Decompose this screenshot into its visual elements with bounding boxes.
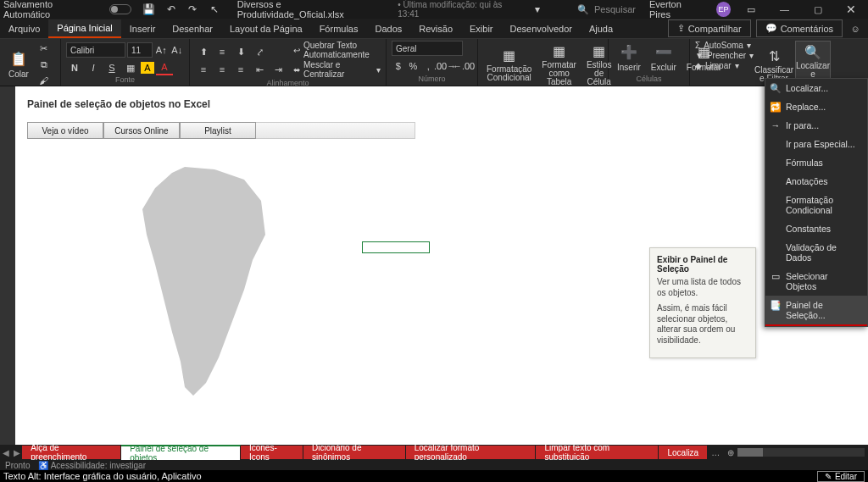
autosum-button[interactable]: ΣAutoSoma ▾ (695, 41, 746, 50)
feedback-icon[interactable]: ☺ (848, 21, 863, 36)
tab-revisao[interactable]: Revisão (410, 20, 461, 37)
scroll-thumb[interactable] (737, 448, 763, 457)
currency-icon[interactable]: $ (392, 58, 405, 74)
comments-button[interactable]: 💬Comentários (756, 19, 843, 37)
status-bar: Pronto ♿ Acessibilidade: investigar (0, 460, 868, 470)
fill-button[interactable]: ▼Preencher ▾ (695, 51, 746, 60)
horizontal-scrollbar[interactable] (737, 448, 865, 457)
tab-nav-prev[interactable]: ◀ (0, 448, 11, 457)
menu-item-localizar[interactable]: 🔍Localizar... (765, 79, 867, 97)
add-sheet-button[interactable]: ⊕ (723, 448, 737, 457)
fill-color-button[interactable]: A (141, 62, 154, 74)
tab-inserir[interactable]: Inserir (121, 20, 164, 37)
menu-item-sel-objetos[interactable]: ▭Selecionar Objetos (765, 267, 867, 296)
sheet-tab[interactable]: Alça de preenchimento (22, 446, 121, 459)
paste-icon: 📋 (10, 51, 27, 68)
sort-icon: ⇅ (765, 47, 782, 64)
increase-decimal-icon[interactable]: .00→ (437, 58, 453, 74)
copy-icon[interactable]: ⧉ (36, 57, 53, 72)
sheet-btn-playlist[interactable]: Playlist (180, 122, 256, 139)
tooltip-selection-pane: Exibir o Painel de Seleção Ver uma lista… (649, 247, 756, 358)
undo-icon[interactable]: ↶ (164, 2, 179, 17)
maximize-button[interactable]: ▢ (804, 1, 831, 18)
tab-arquivo[interactable]: Arquivo (0, 20, 48, 37)
selected-cell[interactable] (362, 241, 430, 253)
menu-item-formulas[interactable]: Fórmulas (765, 153, 867, 172)
tab-desenhar[interactable]: Desenhar (164, 20, 221, 37)
search-box[interactable]: 🔍 Pesquisar (577, 4, 636, 15)
format-table-button[interactable]: ▦Formatar como Tabela (538, 41, 580, 88)
paste-button[interactable]: 📋 Colar (5, 49, 32, 80)
sheet-tab[interactable]: Localizar formato personalizado (406, 446, 537, 459)
underline-button[interactable]: S (103, 60, 120, 75)
insert-cells-button[interactable]: ➕Inserir (614, 42, 644, 74)
menu-item-validacao[interactable]: Validação de Dados (765, 238, 867, 267)
tab-layout[interactable]: Layout da Página (221, 20, 311, 37)
sheet-btn-video[interactable]: Veja o vídeo (27, 122, 103, 139)
chevron-down-icon[interactable]: ▾ (530, 2, 545, 17)
conditional-format-button[interactable]: ▦Formatação Condicional (483, 45, 535, 84)
number-format-select[interactable] (392, 41, 463, 56)
increase-font-icon[interactable]: A↑ (154, 42, 169, 58)
decrease-decimal-icon[interactable]: ←.00 (455, 58, 472, 74)
tab-more[interactable]: … (708, 448, 723, 457)
menu-item-painel-selecao[interactable]: 📑Painel de Seleção... (765, 296, 867, 324)
share-button[interactable]: ⇪Compartilhar (668, 19, 751, 37)
italic-button[interactable]: I (85, 60, 102, 75)
ribbon-mode-icon[interactable]: ▭ (737, 1, 764, 18)
tab-desenvolvedor[interactable]: Desenvolvedor (502, 20, 581, 37)
font-size-select[interactable] (127, 42, 153, 58)
align-middle-icon[interactable]: ≡ (214, 44, 231, 59)
align-left-icon[interactable]: ≡ (195, 62, 212, 77)
wrap-text-button[interactable]: ↩Quebrar Texto Automaticamente (293, 41, 381, 59)
sheet-tab[interactable]: Dicionário de sinônimos (303, 446, 406, 459)
tab-exibir[interactable]: Exibir (461, 20, 502, 37)
border-button[interactable]: ▦ (122, 60, 139, 75)
row-headers[interactable] (0, 86, 15, 445)
indent-decrease-icon[interactable]: ⇤ (251, 62, 268, 77)
tab-formulas[interactable]: Fórmulas (311, 20, 367, 37)
font-name-select[interactable] (66, 42, 125, 58)
merge-center-button[interactable]: ⬌Mesclar e Centralizar ▾ (293, 60, 381, 79)
sheet-tab[interactable]: Localiza (659, 446, 708, 459)
tab-ajuda[interactable]: Ajuda (581, 20, 621, 37)
tab-dados[interactable]: Dados (366, 20, 410, 37)
autosave-toggle[interactable] (109, 4, 131, 14)
sheet-tab-active[interactable]: Painel de seleção de objetos (121, 445, 241, 460)
sheet-tab[interactable]: Limpar texto com substituição (536, 446, 659, 459)
tab-nav-next[interactable]: ▶ (11, 448, 22, 457)
align-bottom-icon[interactable]: ⬇ (232, 44, 249, 59)
orientation-icon[interactable]: ⤤ (251, 44, 268, 59)
tooltip-line-1: Ver uma lista de todos os objetos. (657, 277, 748, 298)
sheet-btn-cursos[interactable]: Cursos Online (103, 122, 180, 139)
menu-item-goto-special[interactable]: Ir para Especial... (765, 135, 867, 153)
indent-increase-icon[interactable]: ⇥ (270, 62, 287, 77)
align-top-icon[interactable]: ⬆ (195, 44, 212, 59)
decrease-font-icon[interactable]: A↓ (170, 42, 185, 58)
menu-item-constantes[interactable]: Constantes (765, 219, 867, 238)
tab-pagina-inicial[interactable]: Página Inicial (48, 19, 120, 38)
avatar[interactable]: EP (716, 2, 732, 17)
bold-button[interactable]: N (66, 60, 83, 75)
comma-icon[interactable]: , (421, 58, 435, 74)
align-center-icon[interactable]: ≡ (214, 62, 231, 77)
south-america-map[interactable] (134, 163, 287, 400)
menu-item-anotacoes[interactable]: Anotações (765, 172, 867, 191)
font-color-button[interactable]: A (156, 60, 173, 75)
cut-icon[interactable]: ✂ (36, 41, 53, 56)
menu-item-goto[interactable]: →Ir para... (765, 116, 867, 135)
close-button[interactable]: ✕ (838, 1, 865, 18)
edit-alt-button[interactable]: ✎ Editar (817, 471, 865, 482)
percent-icon[interactable]: % (407, 58, 420, 74)
clear-button[interactable]: ◆Limpar ▾ (695, 61, 746, 70)
delete-cells-button[interactable]: ➖Excluir (648, 42, 680, 74)
save-icon[interactable]: 💾 (142, 2, 157, 17)
accessibility-status[interactable]: ♿ Acessibilidade: investigar (38, 461, 146, 470)
menu-item-replace[interactable]: 🔁Replace... (765, 97, 867, 116)
redo-icon[interactable]: ↷ (185, 2, 200, 17)
minimize-button[interactable]: — (771, 1, 798, 18)
cursor-icon[interactable]: ↖ (207, 2, 222, 17)
menu-item-cond-format[interactable]: Formatação Condicional (765, 191, 867, 219)
sheet-tab[interactable]: Ícones-Icons (241, 446, 303, 459)
align-right-icon[interactable]: ≡ (232, 62, 249, 77)
